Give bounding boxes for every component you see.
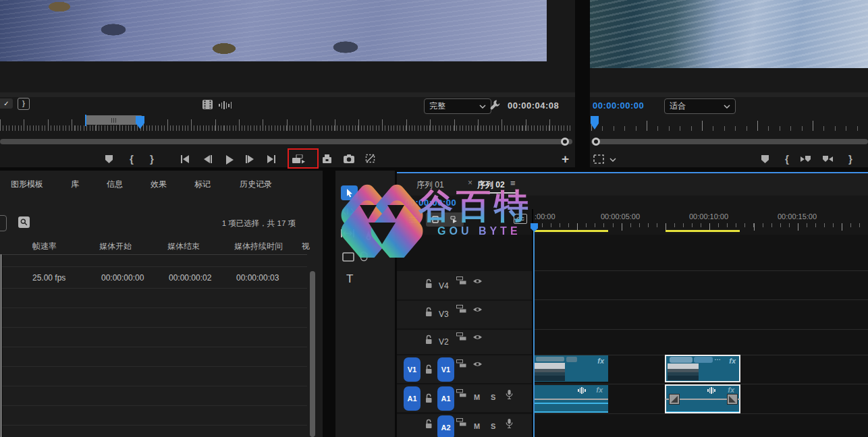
video-clip-2-selected[interactable]: … fx <box>666 355 740 382</box>
mic-icon-a2[interactable] <box>506 419 513 429</box>
waveform-divider <box>534 403 608 404</box>
play-button[interactable] <box>226 155 234 165</box>
track-label-v2[interactable]: V2 <box>439 337 449 347</box>
sync-lock-icon-v4[interactable] <box>456 276 466 285</box>
source-video-preview[interactable] <box>0 0 547 61</box>
project-scrollbar[interactable] <box>310 271 315 437</box>
track-target-v1[interactable]: V1 <box>437 357 454 382</box>
eye-icon-v3[interactable] <box>472 306 483 313</box>
selection-tool[interactable] <box>341 185 358 200</box>
tab-libraries[interactable]: 库 <box>71 179 79 190</box>
timeline-settings-icon[interactable] <box>406 213 421 227</box>
tab-effects[interactable]: 效果 <box>151 179 167 190</box>
timeline-panel-menu-icon[interactable]: ≡ <box>510 178 516 188</box>
column-media-duration[interactable]: 媒体持续时间 <box>234 241 283 252</box>
tab-graphics-templates[interactable]: 图形模板 <box>11 179 43 190</box>
track-label-v3[interactable]: V3 <box>439 310 449 319</box>
lock-icon-a1[interactable] <box>425 393 433 403</box>
overwrite-button[interactable] <box>322 154 332 164</box>
program-time-ruler[interactable] <box>591 116 868 131</box>
column-media-start[interactable]: 媒体开始 <box>99 241 132 252</box>
tab-history[interactable]: 历史记录 <box>240 179 272 190</box>
sync-lock-icon-a2[interactable] <box>456 418 466 426</box>
sync-lock-icon-a1[interactable] <box>456 389 466 397</box>
lock-icon-v1[interactable] <box>425 364 433 374</box>
ripple-edit-tool[interactable] <box>341 229 354 237</box>
eye-icon-v4[interactable] <box>472 278 483 285</box>
track-label-v4[interactable]: V4 <box>439 281 449 291</box>
tab-close-icon[interactable]: × <box>468 178 472 187</box>
safe-margins-button[interactable] <box>593 154 604 164</box>
video-clip-1[interactable]: fx <box>534 355 608 382</box>
sync-lock-icon-v3[interactable] <box>456 305 466 313</box>
go-to-out-button[interactable] <box>267 155 275 163</box>
solo-button-a1[interactable]: S <box>491 393 495 401</box>
fade-handle-left[interactable] <box>669 394 680 405</box>
program-mark-in-button[interactable]: { <box>785 154 789 164</box>
column-video-in-partial[interactable]: 视 <box>302 241 310 252</box>
volume-rubber-band[interactable] <box>534 399 608 400</box>
lock-icon-v2[interactable] <box>425 334 433 345</box>
audio-clip-1[interactable]: fx <box>534 385 608 413</box>
program-mark-out-button[interactable]: } <box>848 154 852 164</box>
table-row[interactable]: 25.00 fps 00:00:00:00 00:00:00:02 00:00:… <box>2 267 307 288</box>
go-to-in-button[interactable] <box>181 155 189 163</box>
program-zoom-select[interactable]: 适合 <box>664 98 736 114</box>
rectangle-tool[interactable] <box>342 252 354 262</box>
program-zoom-scrollbar[interactable] <box>591 139 868 144</box>
tab-sequence-02[interactable]: 序列 02 <box>477 179 505 191</box>
drag-video-icon[interactable] <box>202 100 213 109</box>
source-settings-wrench-icon[interactable] <box>489 99 501 111</box>
column-media-end[interactable]: 媒体结束 <box>167 241 200 252</box>
lift-button[interactable] <box>801 156 811 162</box>
lock-icon-v4[interactable] <box>425 279 433 289</box>
extract-button[interactable] <box>823 156 833 162</box>
lock-icon-a2[interactable] <box>425 419 433 429</box>
sync-lock-icon-v1[interactable] <box>456 359 466 368</box>
eye-icon-v2[interactable] <box>472 334 483 341</box>
sync-settings-off-icon[interactable] <box>365 154 375 163</box>
program-zoom-handle[interactable] <box>592 138 600 146</box>
source-patch-v1[interactable]: V1 <box>404 357 421 382</box>
captions-cc-button[interactable]: CC <box>514 214 527 224</box>
export-frame-button[interactable] <box>344 154 354 163</box>
razor-tool[interactable] <box>365 210 375 219</box>
mute-button-a1[interactable]: M <box>474 393 480 401</box>
safe-margins-chevron-icon[interactable] <box>609 158 616 162</box>
button-editor-plus[interactable]: + <box>562 152 569 165</box>
source-in-out-bar[interactable] <box>85 115 142 125</box>
hand-tool[interactable] <box>359 251 369 262</box>
source-settings-dropdown[interactable]: ✓ <box>0 98 13 109</box>
program-video-preview[interactable] <box>590 0 868 68</box>
step-forward-button[interactable] <box>246 155 254 163</box>
type-tool[interactable]: T <box>346 272 353 286</box>
mark-out-button[interactable]: } <box>150 154 154 164</box>
column-frame-rate[interactable]: 帧速率 <box>32 241 57 252</box>
track-select-tool[interactable] <box>342 208 354 215</box>
timeline-playhead-line[interactable] <box>533 229 535 437</box>
track-target-a2[interactable]: A2 <box>437 415 454 437</box>
pen-tool[interactable] <box>364 231 373 241</box>
fade-handle-right[interactable] <box>727 394 738 405</box>
tab-markers[interactable]: 标记 <box>194 179 211 190</box>
tab-sequence-01[interactable]: 序列 01 <box>416 179 444 191</box>
closed-caption-display-button[interactable]: } <box>18 98 30 110</box>
timeline-timecode[interactable]: 00:00:00:00 <box>405 198 456 208</box>
drag-audio-icon[interactable] <box>219 101 232 109</box>
track-target-a1[interactable]: A1 <box>437 386 454 411</box>
sync-lock-icon-v2[interactable] <box>456 332 466 341</box>
eye-icon-v1[interactable] <box>472 361 483 368</box>
source-patch-a1[interactable]: A1 <box>404 386 421 411</box>
mic-icon-a1[interactable] <box>506 390 513 400</box>
source-zoom-select[interactable]: 完整 <box>424 98 491 114</box>
step-back-button[interactable] <box>204 155 212 163</box>
source-zoom-handle[interactable] <box>561 138 569 146</box>
source-zoom-scrollbar[interactable] <box>0 139 572 144</box>
tab-info[interactable]: 信息 <box>107 179 123 190</box>
mute-button-a2[interactable]: M <box>474 422 480 430</box>
lock-icon-v3[interactable] <box>425 307 433 317</box>
audio-clip-2-selected[interactable]: fx <box>666 385 740 413</box>
solo-button-a2[interactable]: S <box>491 422 495 430</box>
mark-in-button[interactable]: { <box>130 154 134 164</box>
timeline-nest-toggle-group[interactable] <box>426 212 464 227</box>
